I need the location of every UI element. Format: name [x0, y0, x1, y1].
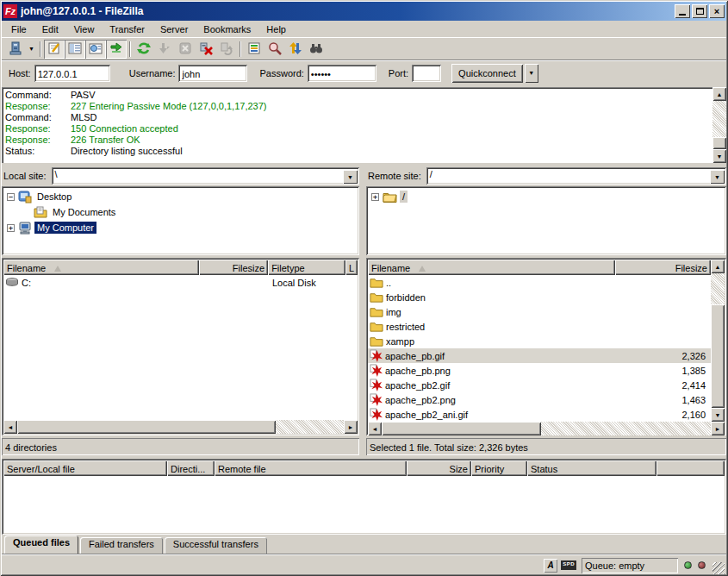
remote-vertical-scrollbar[interactable]: ▲ ▼	[711, 260, 725, 422]
scrollbar-thumb[interactable]	[17, 420, 276, 434]
scroll-right-button[interactable]: ►	[344, 420, 358, 434]
local-list-body[interactable]: C: Local Disk	[3, 275, 358, 420]
title-bar[interactable]: Fz john@127.0.0.1 - FileZilla ×	[2, 2, 726, 21]
quickconnect-button[interactable]: Quickconnect	[451, 64, 523, 83]
toggle-remote-tree-button[interactable]	[85, 40, 106, 59]
site-manager-icon	[9, 41, 22, 57]
file-row-file[interactable]: apache_pb2_ani.gif 2,160	[368, 407, 711, 422]
remote-site-value[interactable]: /	[426, 167, 710, 185]
password-input[interactable]	[308, 65, 376, 82]
queue-status-text: Queue: empty	[582, 558, 678, 573]
column-header-filename[interactable]: Filename	[368, 260, 615, 275]
tree-item-root[interactable]: + /	[368, 189, 725, 204]
remote-horizontal-scrollbar[interactable]: ◄ ►	[368, 422, 725, 435]
column-header-server-local-file[interactable]: Server/Local file	[3, 460, 167, 476]
queue-body[interactable]	[3, 476, 725, 533]
site-manager-dropdown[interactable]: ▼	[26, 40, 37, 59]
local-site-combobox[interactable]: \ ▼	[52, 167, 359, 185]
message-log-body[interactable]: Command:PASV Response:227 Entering Passi…	[2, 87, 712, 163]
menu-view[interactable]: View	[66, 22, 103, 36]
tree-item-my-documents[interactable]: My Documents	[3, 204, 358, 220]
quickconnect-dropdown[interactable]: ▼	[525, 64, 538, 83]
refresh-button[interactable]	[134, 40, 154, 59]
menu-transfer[interactable]: Transfer	[102, 22, 152, 36]
cancel-operation-button[interactable]	[175, 40, 196, 59]
column-header-direction[interactable]: Directi...	[167, 460, 215, 476]
collapse-icon[interactable]: −	[7, 193, 15, 201]
speed-limit-icon[interactable]: SPD	[561, 560, 576, 570]
tree-item-desktop[interactable]: − Desktop	[3, 189, 358, 204]
close-button[interactable]: ×	[709, 4, 725, 18]
scrollbar-thumb[interactable]	[712, 137, 726, 149]
scroll-left-button[interactable]: ◄	[368, 422, 382, 435]
column-header-filetype[interactable]: Filetype	[268, 260, 345, 275]
column-header-priority[interactable]: Priority	[471, 460, 527, 476]
file-row-c-drive[interactable]: C: Local Disk	[3, 275, 358, 290]
scrollbar-thumb[interactable]	[382, 422, 541, 435]
username-input[interactable]	[178, 65, 247, 82]
local-site-value[interactable]: \	[52, 167, 343, 185]
expand-icon[interactable]: +	[7, 224, 15, 232]
find-files-button[interactable]	[306, 40, 327, 59]
remote-site-combobox[interactable]: / ▼	[426, 167, 726, 185]
directory-filters-button[interactable]	[244, 40, 264, 59]
local-horizontal-scrollbar[interactable]: ◄ ►	[3, 420, 358, 434]
column-header-last-modified[interactable]: L	[345, 260, 358, 275]
disconnect-button[interactable]	[196, 40, 216, 59]
scroll-down-button[interactable]: ▼	[711, 408, 725, 422]
menu-server[interactable]: Server	[152, 22, 196, 36]
scroll-down-button[interactable]: ▼	[712, 149, 726, 163]
toggle-transfer-queue-button[interactable]	[106, 40, 127, 59]
tab-queued-files[interactable]: Queued files	[4, 535, 78, 554]
file-row-selected[interactable]: apache_pb.gif 2,326	[368, 348, 711, 363]
process-queue-button[interactable]	[154, 40, 175, 59]
vertical-splitter[interactable]	[359, 166, 366, 454]
host-input[interactable]	[34, 65, 110, 82]
toggle-local-tree-button[interactable]	[65, 40, 85, 59]
column-header-filesize[interactable]: Filesize	[615, 260, 711, 275]
file-row-folder[interactable]: forbidden	[368, 290, 711, 304]
scroll-up-button[interactable]: ▲	[712, 87, 726, 101]
reconnect-button[interactable]	[216, 40, 237, 59]
app-icon[interactable]: Fz	[3, 4, 17, 18]
tab-successful-transfers[interactable]: Successful transfers	[165, 537, 267, 554]
synchronized-browsing-button[interactable]	[285, 40, 306, 59]
menu-file[interactable]: File	[3, 22, 34, 36]
chevron-down-icon[interactable]: ▼	[710, 170, 725, 184]
column-header-filesize[interactable]: Filesize	[199, 260, 268, 275]
minimize-button[interactable]	[675, 4, 690, 18]
column-header-size[interactable]: Size	[407, 460, 471, 476]
scroll-up-button[interactable]: ▲	[711, 260, 725, 273]
scrollbar-thumb[interactable]	[711, 304, 725, 408]
column-header-remote-file[interactable]: Remote file	[215, 460, 407, 476]
menu-edit[interactable]: Edit	[34, 22, 66, 36]
local-tree[interactable]: − Desktop My Documents + My Computer	[2, 186, 359, 255]
chevron-down-icon[interactable]: ▼	[343, 170, 358, 184]
menu-help[interactable]: Help	[258, 22, 294, 36]
remote-list-body[interactable]: .. forbidden img	[368, 275, 711, 422]
file-row-folder[interactable]: img	[368, 304, 711, 319]
resize-grip[interactable]	[712, 562, 725, 574]
file-row-parent[interactable]: ..	[368, 275, 711, 290]
tab-failed-transfers[interactable]: Failed transfers	[80, 537, 163, 554]
file-row-file[interactable]: apache_pb.png 1,385	[368, 363, 711, 378]
file-row-folder[interactable]: xampp	[368, 334, 711, 348]
file-row-file[interactable]: apache_pb2.png 1,463	[368, 392, 711, 407]
scroll-left-button[interactable]: ◄	[3, 420, 17, 434]
file-row-folder[interactable]: restricted	[368, 319, 711, 334]
scroll-right-button[interactable]: ►	[711, 422, 725, 435]
compare-directories-button[interactable]	[264, 40, 285, 59]
log-vertical-scrollbar[interactable]: ▲ ▼	[712, 87, 726, 163]
site-manager-button[interactable]	[5, 40, 26, 59]
transfer-type-indicator[interactable]: A	[544, 559, 557, 573]
expand-icon[interactable]: +	[371, 193, 379, 201]
port-input[interactable]	[412, 65, 441, 82]
maximize-button[interactable]	[692, 4, 707, 18]
column-header-filename[interactable]: Filename	[3, 260, 199, 275]
tree-item-my-computer[interactable]: + My Computer	[3, 220, 358, 235]
menu-bookmarks[interactable]: Bookmarks	[196, 22, 258, 36]
remote-tree[interactable]: + /	[366, 186, 726, 255]
toggle-message-log-button[interactable]	[44, 40, 65, 59]
file-row-file[interactable]: apache_pb2.gif 2,414	[368, 378, 711, 392]
column-header-status[interactable]: Status	[527, 460, 656, 476]
